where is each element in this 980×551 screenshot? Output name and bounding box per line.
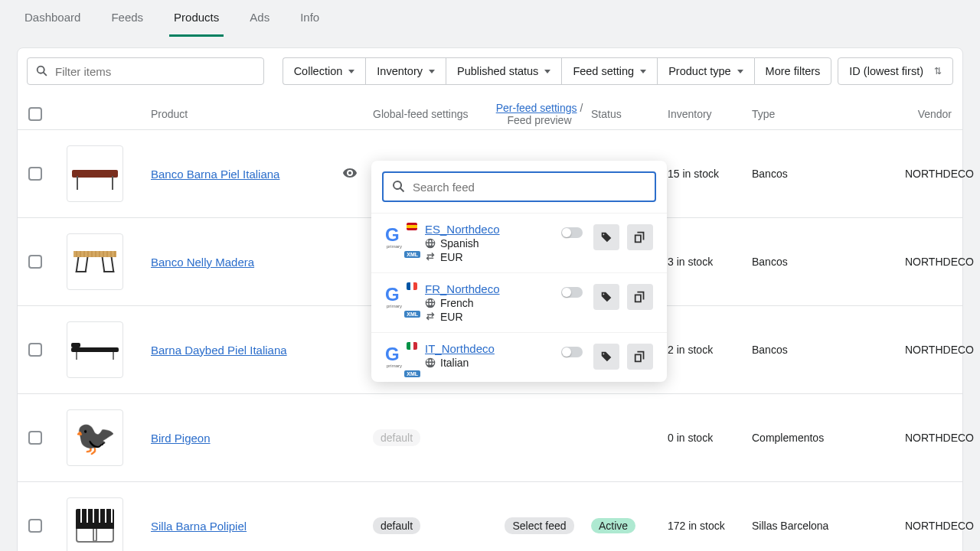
feed-language: Italian <box>440 357 469 369</box>
filter-input[interactable] <box>55 65 256 78</box>
feed-source-icon: G primary XML <box>385 284 414 313</box>
row-checkbox[interactable] <box>28 343 42 357</box>
products-panel: Collection Inventory Published status Fe… <box>17 47 963 551</box>
col-type: Type <box>752 108 905 120</box>
feed-name-link[interactable]: IT_Northdeco <box>425 342 495 355</box>
feed-search-input[interactable] <box>413 181 647 194</box>
nav-feeds[interactable]: Feeds <box>106 0 148 37</box>
chevron-down-icon <box>348 70 354 73</box>
col-inventory: Inventory <box>668 108 752 120</box>
inventory-cell: 2 in stock <box>668 344 752 356</box>
copy-icon <box>633 290 647 304</box>
col-per-feed: Per-feed settings / Feed preview <box>488 102 591 126</box>
feed-language: Spanish <box>440 237 479 249</box>
filter-published[interactable]: Published status <box>446 57 561 85</box>
product-thumbnail[interactable] <box>67 145 123 202</box>
filter-collection[interactable]: Collection <box>283 57 366 85</box>
product-thumbnail[interactable] <box>67 497 123 551</box>
table-row: 🐦‍⬛ Bird Pigeon default 0 in stock Compl… <box>18 394 962 482</box>
vendor-cell: NORTHDECO <box>905 432 974 444</box>
top-nav: Dashboard Feeds Products Ads Info <box>0 0 980 37</box>
product-thumbnail[interactable] <box>67 321 123 378</box>
row-checkbox[interactable] <box>28 255 42 269</box>
inventory-cell: 172 in stock <box>668 520 752 532</box>
copy-icon <box>633 230 647 244</box>
filter-feed-setting[interactable]: Feed setting <box>561 57 657 85</box>
language-icon <box>425 298 436 308</box>
chevron-down-icon <box>737 70 743 73</box>
global-feed-pill[interactable]: default <box>373 429 420 446</box>
product-name-link[interactable]: Silla Barna Polipiel <box>151 520 247 533</box>
search-icon <box>35 64 49 78</box>
product-thumbnail[interactable]: 🐦‍⬛ <box>67 409 123 466</box>
preview-eye-button[interactable] <box>342 165 373 183</box>
toolbar: Collection Inventory Published status Fe… <box>18 48 962 94</box>
nav-info[interactable]: Info <box>296 0 324 37</box>
feed-toggle[interactable] <box>561 347 583 357</box>
col-global: Global-feed settings <box>373 108 488 120</box>
select-all-checkbox[interactable] <box>28 107 42 121</box>
global-feed-pill[interactable]: default <box>373 517 420 534</box>
feed-source-icon: G primary XML <box>385 224 414 253</box>
inventory-cell: 0 in stock <box>668 432 752 444</box>
product-name-link[interactable]: Barna Daybed Piel Italiana <box>151 344 287 357</box>
row-checkbox[interactable] <box>28 519 42 533</box>
product-name-link[interactable]: Banco Barna Piel Italiana <box>151 168 279 181</box>
col-feed-preview: Feed preview <box>507 114 571 126</box>
status-badge: Active <box>591 518 635 533</box>
feed-currency: EUR <box>440 311 463 323</box>
sort-button[interactable]: ID (lowest first) <box>838 57 953 85</box>
feed-toggle[interactable] <box>561 227 583 238</box>
filter-group: Collection Inventory Published status Fe… <box>283 57 832 85</box>
eye-icon <box>342 165 358 181</box>
filter-input-wrap[interactable] <box>27 57 264 85</box>
filter-inventory[interactable]: Inventory <box>365 57 446 85</box>
row-checkbox[interactable] <box>28 431 42 445</box>
search-icon <box>391 179 407 194</box>
feed-tag-button[interactable] <box>593 344 619 370</box>
feed-language: French <box>440 297 474 309</box>
more-filters-button[interactable]: More filters <box>754 57 832 85</box>
type-cell: Bancos <box>752 256 905 268</box>
feed-search-wrap[interactable] <box>382 171 656 202</box>
feed-tag-button[interactable] <box>593 224 619 250</box>
product-name-link[interactable]: Banco Nelly Madera <box>151 256 254 269</box>
filter-product-type[interactable]: Product type <box>657 57 753 85</box>
inventory-cell: 15 in stock <box>668 168 752 180</box>
feed-copy-button[interactable] <box>627 284 653 310</box>
feed-toggle[interactable] <box>561 287 583 298</box>
per-feed-settings-link[interactable]: Per-feed settings <box>496 102 577 114</box>
vendor-cell: NORTHDECO <box>905 256 974 268</box>
vendor-cell: NORTHDECO <box>905 520 974 532</box>
feed-copy-button[interactable] <box>627 344 653 370</box>
copy-icon <box>633 350 647 364</box>
feed-item[interactable]: G primary XML ES_Northdeco Spanish EUR <box>371 213 667 272</box>
nav-ads[interactable]: Ads <box>245 0 274 37</box>
row-checkbox[interactable] <box>28 167 42 181</box>
type-cell: Complementos <box>752 432 905 444</box>
select-feed-pill[interactable]: Select feed <box>505 517 573 534</box>
feed-item[interactable]: G primary XML FR_Northdeco French EUR <box>371 272 667 332</box>
feed-dropdown: G primary XML ES_Northdeco Spanish EUR G… <box>371 161 667 382</box>
feed-item[interactable]: G primary XML IT_Northdeco Italian <box>371 332 667 382</box>
type-cell: Bancos <box>752 168 905 180</box>
nav-dashboard[interactable]: Dashboard <box>20 0 85 37</box>
table-row: Silla Barna Polipiel default Select feed… <box>18 482 962 551</box>
feed-name-link[interactable]: ES_Northdeco <box>425 223 500 236</box>
nav-products[interactable]: Products <box>169 0 224 37</box>
table-row: Banco Barna Piel Italiana default Select… <box>18 130 962 218</box>
feed-currency: EUR <box>440 251 463 263</box>
language-icon <box>425 238 436 249</box>
chevron-down-icon <box>640 70 646 73</box>
feed-tag-button[interactable] <box>593 284 619 310</box>
inventory-cell: 3 in stock <box>668 256 752 268</box>
col-vendor: Vendor <box>905 108 952 120</box>
chevron-down-icon <box>544 70 550 73</box>
type-cell: Sillas Barcelona <box>752 520 905 532</box>
currency-icon <box>425 252 436 262</box>
tag-icon <box>599 290 613 304</box>
product-name-link[interactable]: Bird Pigeon <box>151 432 211 445</box>
feed-copy-button[interactable] <box>627 224 653 250</box>
feed-name-link[interactable]: FR_Northdeco <box>425 282 500 295</box>
product-thumbnail[interactable] <box>67 233 123 290</box>
